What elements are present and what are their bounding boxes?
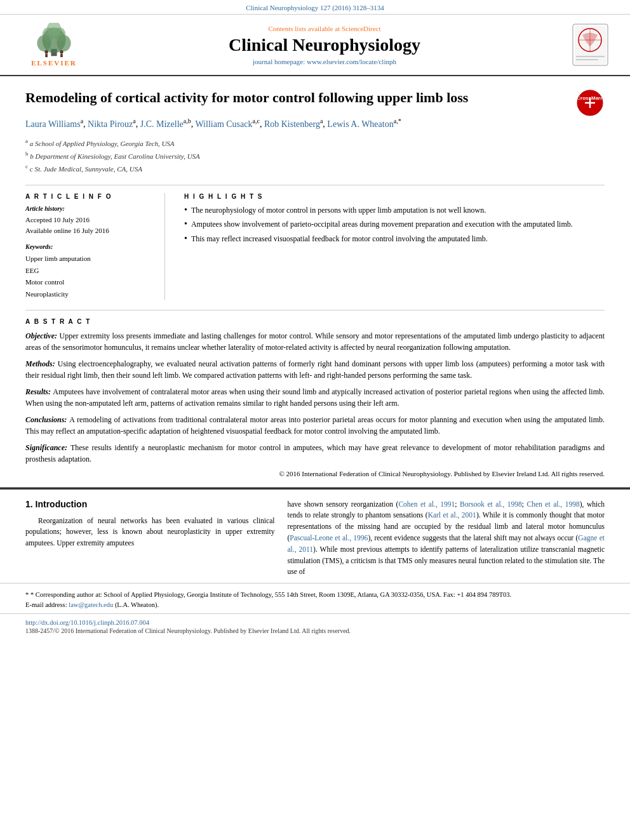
author-mizelle[interactable]: J.C. Mizelle — [140, 119, 184, 128]
journal-citation-header: Clinical Neurophysiology 127 (2016) 3128… — [0, 0, 630, 15]
abstract-significance: Significance: These results identify a n… — [25, 442, 605, 465]
journal-emblem-icon — [570, 21, 611, 69]
crossmark-badge[interactable]: CrossMark — [576, 89, 605, 117]
article-title-text: Remodeling of cortical activity for moto… — [25, 90, 468, 105]
svg-rect-8 — [45, 54, 48, 58]
significance-label: Significance: — [25, 443, 70, 452]
journal-info-center: Contents lists available at ScienceDirec… — [89, 25, 560, 65]
introduction-heading: 1. Introduction — [25, 499, 274, 509]
elsevier-tree-icon — [25, 23, 83, 58]
article-info-column: A R T I C L E I N F O Article history: A… — [25, 193, 165, 300]
bullet-dot-3: • — [184, 234, 187, 243]
abstract-objective: Objective: Upper extremity loss presents… — [25, 330, 605, 353]
doi-link[interactable]: http://dx.doi.org/10.1016/j.clinph.2016.… — [25, 619, 149, 626]
introduction-section: 1. Introduction Reorganization of neural… — [0, 499, 630, 583]
highlight-2: • Amputees show involvement of parieto-o… — [184, 219, 605, 230]
email-label-text: E-mail address: — [25, 601, 67, 608]
footnote-area: * * Corresponding author at: School of A… — [0, 583, 630, 613]
issn-text: 1388-2457/© 2016 International Federatio… — [25, 627, 605, 634]
bullet-dot-1: • — [184, 205, 187, 215]
journal-citation-text: Clinical Neurophysiology 127 (2016) 3128… — [246, 4, 384, 11]
objective-label: Objective: — [25, 331, 59, 340]
article-title: Remodeling of cortical activity for moto… — [25, 89, 605, 107]
highlights-column: H I G H L I G H T S • The neurophysiolog… — [184, 193, 605, 300]
svg-rect-17 — [576, 59, 598, 60]
ref-pascual-leone-1996[interactable]: Pascual-Leone et al., 1996 — [290, 534, 368, 542]
intro-right-column: have shown sensory reorganization (Cohen… — [287, 499, 605, 583]
article-info-label: A R T I C L E I N F O — [25, 193, 152, 200]
journal-homepage: journal homepage: www.elsevier.com/locat… — [89, 58, 560, 65]
affil-a: a a School of Applied Physiology, Georgi… — [25, 137, 605, 149]
keyword-3: Motor control — [25, 276, 152, 288]
author-wheaton[interactable]: Lewis A. Wheaton — [327, 119, 393, 128]
conclusions-label: Conclusions: — [25, 415, 69, 424]
results-text: Amputees have involvement of contralater… — [25, 387, 605, 408]
svg-rect-10 — [60, 54, 63, 58]
abstract-section: A B S T R A C T Objective: Upper extremi… — [25, 310, 605, 477]
methods-label: Methods: — [25, 359, 58, 368]
sciencedirect-line: Contents lists available at ScienceDirec… — [89, 25, 560, 32]
email-person-text: (L.A. Wheaton). — [115, 601, 159, 608]
highlight-1-text: The neurophysiology of motor control in … — [191, 205, 486, 216]
copyright-text: © 2016 International Federation of Clini… — [25, 470, 605, 477]
elsevier-wordmark: ELSEVIER — [31, 59, 77, 67]
journal-right-area — [560, 21, 611, 69]
keyword-1: Upper limb amputation — [25, 253, 152, 265]
section-divider — [0, 488, 630, 490]
highlight-3-text: This may reflect increased visuospatial … — [191, 234, 488, 244]
elsevier-header: ELSEVIER Contents lists available at Sci… — [0, 15, 630, 76]
highlight-1: • The neurophysiology of motor control i… — [184, 205, 605, 216]
corresponding-author-footnote: * * Corresponding author at: School of A… — [25, 590, 605, 600]
highlight-3: • This may reflect increased visuospatia… — [184, 234, 605, 244]
ref-cohen-1991[interactable]: Cohen et al., 1991 — [398, 500, 455, 508]
journal-name: Clinical Neurophysiology — [89, 35, 560, 55]
svg-rect-16 — [576, 56, 605, 57]
affil-c: c c St. Jude Medical, Sunnyvale, CA, USA — [25, 162, 605, 175]
affil-b: b b Department of Kinesiology, East Caro… — [25, 149, 605, 162]
objective-text: Upper extremity loss presents immediate … — [25, 331, 605, 352]
intro-left-column: 1. Introduction Reorganization of neural… — [25, 499, 274, 583]
available-online-date: Available online 16 July 2016 — [25, 225, 152, 237]
highlight-2-text: Amputees show involvement of parieto-occ… — [191, 219, 573, 230]
methods-text: Using electroencephalography, we evaluat… — [25, 359, 605, 380]
article-info-highlights-section: A R T I C L E I N F O Article history: A… — [25, 185, 605, 300]
bottom-bar: http://dx.doi.org/10.1016/j.clinph.2016.… — [0, 613, 630, 637]
sciencedirect-link-text[interactable]: ScienceDirect — [342, 25, 381, 32]
author-cusack[interactable]: William Cusack — [195, 119, 252, 128]
affiliations: a a School of Applied Physiology, Georgi… — [25, 137, 605, 175]
ref-borsook-1998[interactable]: Borsook et al., 1998 — [460, 500, 522, 508]
keywords-label: Keywords: — [25, 243, 152, 250]
ref-karl-2001[interactable]: Karl et al., 2001 — [428, 511, 476, 519]
email-link[interactable]: law@gatech.edu — [69, 601, 113, 608]
keyword-2: EEG — [25, 265, 152, 277]
abstract-methods: Methods: Using electroencephalography, w… — [25, 358, 605, 381]
author-pirouz[interactable]: Nikta Pirouz — [88, 119, 133, 128]
keyword-4: Neuroplasticity — [25, 288, 152, 300]
abstract-results: Results: Amputees have involvement of co… — [25, 386, 605, 409]
svg-point-9 — [60, 50, 64, 54]
abstract-label: A B S T R A C T — [25, 318, 605, 325]
highlights-label: H I G H L I G H T S — [184, 193, 605, 200]
ref-chen-1998[interactable]: Chen et al., 1998 — [527, 500, 580, 508]
accepted-date: Accepted 10 July 2016 — [25, 215, 152, 226]
article-history-label: Article history: — [25, 205, 152, 212]
author-kistenberg[interactable]: Rob Kistenberg — [264, 119, 320, 128]
email-footnote: E-mail address: law@gatech.edu (L.A. Whe… — [25, 600, 605, 610]
intro-para-1: Reorganization of neural networks has be… — [25, 516, 274, 549]
svg-point-7 — [44, 50, 48, 54]
author-williams[interactable]: Laura Williams — [25, 119, 81, 128]
article-main-content: Remodeling of cortical activity for moto… — [0, 76, 630, 488]
bullet-dot-2: • — [184, 219, 187, 229]
significance-text: These results identify a neuroplastic me… — [25, 443, 605, 463]
corresponding-text: * Corresponding author at: School of App… — [30, 591, 511, 598]
intro-para-2: have shown sensory reorganization (Cohen… — [287, 499, 605, 578]
authors-line: Laura Williamsa, Nikta Pirouza, J.C. Miz… — [25, 116, 605, 131]
results-label: Results: — [25, 387, 53, 396]
abstract-conclusions: Conclusions: A remodeling of activations… — [25, 414, 605, 437]
elsevier-logo: ELSEVIER — [19, 23, 89, 67]
corresponding-star: * — [25, 591, 30, 598]
conclusions-text: A remodeling of activations from traditi… — [25, 415, 605, 436]
